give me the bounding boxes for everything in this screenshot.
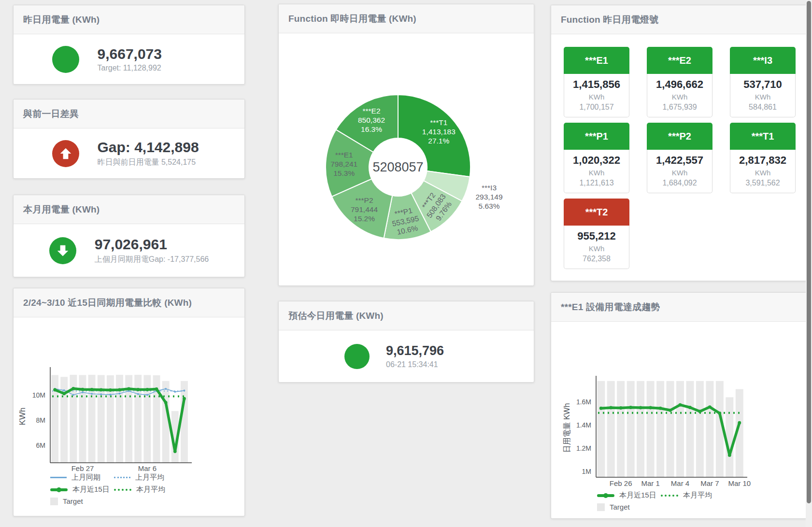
legend-item[interactable]: 本月近15日 bbox=[50, 485, 114, 494]
panel-realtime-donut: Function 即時日用電量 (KWh) ***T11,413,18327.1… bbox=[278, 4, 534, 286]
donut-center-total: 5208057 bbox=[372, 160, 423, 174]
function-usage-donut-chart[interactable]: ***T11,413,18327.1%***I3293,1495.63%***T… bbox=[279, 33, 534, 285]
data-point[interactable] bbox=[118, 388, 121, 392]
data-point[interactable] bbox=[164, 401, 168, 404]
data-point[interactable] bbox=[599, 407, 603, 410]
data-point[interactable] bbox=[82, 391, 84, 393]
legend-item[interactable]: 本月近15日 bbox=[597, 491, 661, 500]
donut-slice-label: 1,413,183 bbox=[422, 128, 456, 136]
data-point[interactable] bbox=[91, 393, 93, 395]
data-point[interactable] bbox=[81, 388, 85, 391]
legend-swatch bbox=[661, 495, 678, 497]
scrollbar-thumb[interactable] bbox=[807, 1, 811, 503]
data-point[interactable] bbox=[688, 406, 692, 409]
donut-slice-label: 15.3% bbox=[333, 169, 355, 177]
target-bar[interactable] bbox=[627, 381, 635, 477]
legend-label: Target bbox=[610, 503, 630, 511]
x-tick-label: Feb 26 bbox=[610, 479, 632, 487]
data-point[interactable] bbox=[718, 412, 721, 415]
data-point[interactable] bbox=[708, 405, 712, 409]
target-bar[interactable] bbox=[667, 381, 674, 477]
target-bar[interactable] bbox=[597, 381, 605, 477]
data-point[interactable] bbox=[738, 421, 741, 425]
target-bar[interactable] bbox=[696, 381, 704, 477]
y-tick-label: 6M bbox=[36, 442, 45, 449]
data-point[interactable] bbox=[183, 397, 186, 400]
target-bar[interactable] bbox=[706, 381, 713, 477]
data-point[interactable] bbox=[639, 406, 642, 410]
data-point[interactable] bbox=[659, 407, 662, 410]
tile-unit: KWh bbox=[647, 169, 712, 177]
data-point[interactable] bbox=[100, 393, 102, 395]
target-bar[interactable] bbox=[181, 381, 188, 463]
month-usage-value: 97,026,961 bbox=[95, 236, 209, 253]
data-point[interactable] bbox=[127, 387, 130, 391]
tile-target-value: 3,591,562 bbox=[730, 179, 795, 187]
data-point[interactable] bbox=[698, 410, 702, 413]
data-point[interactable] bbox=[63, 389, 65, 391]
target-bar[interactable] bbox=[607, 381, 615, 477]
data-point[interactable] bbox=[62, 392, 66, 395]
data-point[interactable] bbox=[136, 388, 140, 391]
tile-target-value: 1,121,613 bbox=[564, 179, 629, 187]
x-tick-label: Mar 1 bbox=[641, 479, 659, 487]
legend-swatch bbox=[50, 477, 67, 478]
e1-trend-line-chart[interactable]: 1M1.2M1.4M1.6MFeb 26Mar 1Mar 4Mar 7Mar 1… bbox=[551, 322, 806, 518]
legend-item[interactable]: 本月平均 bbox=[661, 491, 725, 500]
legend-item[interactable]: Target bbox=[50, 497, 114, 505]
panel-e1-trend-chart: ***E1 設備用電達成趨勢 1M1.2M1.4M1.6MFeb 26Mar 1… bbox=[551, 292, 807, 519]
status-tile-E1: ***E11,415,856KWh1,700,157 bbox=[564, 47, 629, 117]
donut-slice-label: ***P2 bbox=[355, 196, 373, 204]
legend-item[interactable]: Target bbox=[597, 503, 661, 511]
data-point[interactable] bbox=[629, 406, 632, 409]
panel-yesterday-lights: Function 昨日用電燈號 ***E11,415,856KWh1,700,1… bbox=[551, 5, 807, 281]
target-bar[interactable] bbox=[116, 375, 123, 463]
data-point[interactable] bbox=[183, 390, 185, 392]
data-point[interactable] bbox=[165, 388, 167, 390]
status-tile-E2: ***E21,496,662KWh1,675,939 bbox=[647, 47, 712, 117]
trend-chart-legend: 本月近15日本月平均Target bbox=[597, 491, 725, 511]
legend-swatch bbox=[597, 494, 614, 497]
data-point[interactable] bbox=[90, 388, 94, 391]
target-bar[interactable] bbox=[647, 381, 655, 477]
legend-label: 上月同期 bbox=[71, 473, 100, 482]
data-point[interactable] bbox=[669, 409, 672, 412]
data-point[interactable] bbox=[609, 406, 613, 410]
target-bar[interactable] bbox=[637, 381, 644, 477]
tile-target-value: 1,684,092 bbox=[647, 179, 712, 187]
tile-target-value: 762,358 bbox=[564, 255, 629, 263]
target-bar[interactable] bbox=[676, 381, 684, 477]
legend-item[interactable]: 上月平均 bbox=[114, 473, 178, 482]
target-bar[interactable] bbox=[107, 375, 114, 463]
data-point[interactable] bbox=[72, 394, 74, 396]
data-point[interactable] bbox=[71, 387, 75, 390]
data-point[interactable] bbox=[679, 403, 682, 407]
legend-label: 上月平均 bbox=[135, 473, 164, 482]
target-bar[interactable] bbox=[656, 381, 664, 477]
legend-item[interactable]: 上月同期 bbox=[50, 473, 114, 482]
data-point[interactable] bbox=[174, 391, 176, 393]
panel-month-usage: 本月用電量 (KWh) 97,026,961 上個月同期用電Gap: -17,3… bbox=[13, 195, 245, 277]
target-bar[interactable] bbox=[617, 381, 625, 477]
data-point[interactable] bbox=[100, 388, 103, 392]
data-point[interactable] bbox=[146, 394, 148, 396]
data-point[interactable] bbox=[146, 388, 149, 391]
data-point[interactable] bbox=[649, 406, 652, 410]
panel-title: ***E1 設備用電達成趨勢 bbox=[561, 301, 660, 313]
target-bar[interactable] bbox=[726, 397, 733, 477]
target-bar[interactable] bbox=[686, 381, 694, 477]
data-point[interactable] bbox=[109, 388, 112, 392]
data-point[interactable] bbox=[137, 393, 139, 395]
page-scrollbar[interactable] bbox=[806, 0, 812, 527]
data-point[interactable] bbox=[619, 406, 623, 410]
data-point[interactable] bbox=[728, 454, 731, 457]
data-point[interactable] bbox=[155, 387, 158, 391]
data-point[interactable] bbox=[173, 450, 177, 453]
y-tick-label: 10M bbox=[32, 391, 45, 399]
data-point[interactable] bbox=[109, 394, 111, 396]
legend-item[interactable]: 本月平均 bbox=[114, 485, 178, 494]
status-tile-I3: ***I3537,710KWh584,861 bbox=[730, 47, 796, 117]
data-point[interactable] bbox=[53, 388, 57, 392]
data-point[interactable] bbox=[119, 393, 121, 395]
tile-value: 1,422,557 bbox=[647, 154, 712, 167]
